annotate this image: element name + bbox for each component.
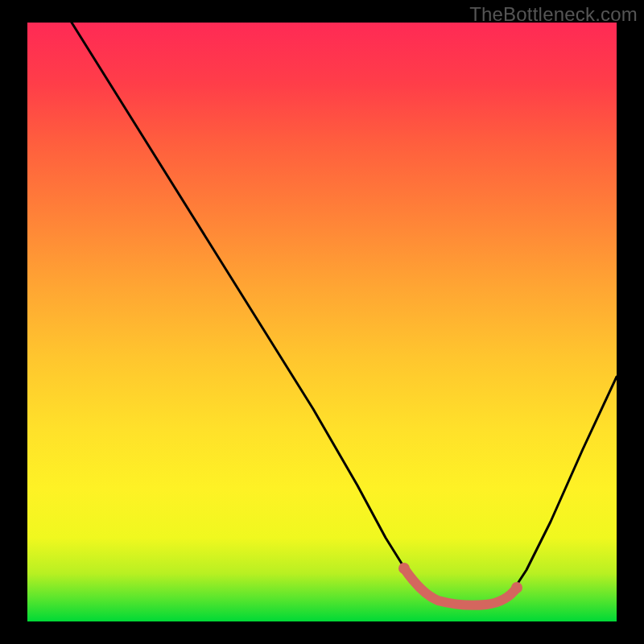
chart-svg [27, 23, 617, 621]
highlight-segment-start-dot [398, 563, 410, 574]
bottleneck-curve-path [72, 23, 617, 605]
highlight-segment-end-dot [511, 582, 522, 593]
chart-plot-area [27, 23, 617, 621]
highlight-segment-path [404, 568, 517, 605]
